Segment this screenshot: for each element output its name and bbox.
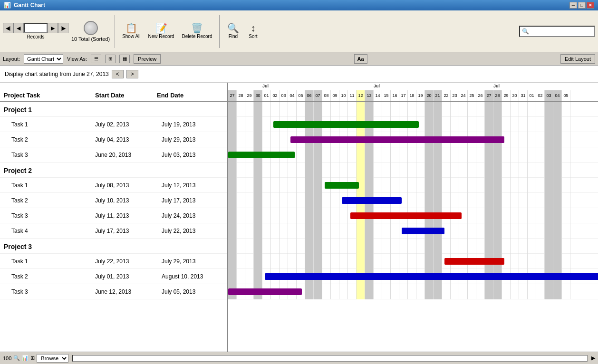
preview-button[interactable]: Preview (134, 54, 161, 64)
view-list-button[interactable]: ☰ (91, 55, 101, 63)
nav-next-button[interactable]: ▶ (48, 23, 58, 33)
chart-prev-button[interactable]: < (112, 70, 124, 78)
status-mode-select[interactable]: Browse (37, 354, 68, 363)
gantt-body-cell (245, 239, 254, 254)
gantt-body-cell (254, 269, 262, 284)
gantt-body-cell (434, 178, 442, 193)
gantt-row (228, 254, 598, 269)
gantt-body-cell (322, 208, 331, 223)
find-button[interactable]: 🔍 Find (224, 22, 241, 40)
col-end-date: End Date (157, 92, 219, 99)
close-button[interactable]: ✕ (587, 2, 594, 9)
gantt-body-cell (297, 178, 305, 193)
nav-prev-button[interactable]: ◀ (13, 23, 24, 33)
minimize-button[interactable]: ─ (569, 2, 577, 9)
gantt-body-cell (245, 208, 254, 223)
gantt-body-cell (357, 102, 365, 117)
delete-record-button[interactable]: 🗑️ Delete Record (180, 22, 215, 40)
search-input[interactable] (529, 29, 592, 34)
gantt-day-header-cell: 02 (536, 90, 545, 101)
gantt-body-cell (314, 163, 322, 178)
gantt-panel[interactable]: JulJulJul2728293001020304050607080910111… (228, 83, 598, 352)
scroll-right-icon[interactable]: ▶ (591, 355, 595, 361)
gantt-day-header-cell: 31 (519, 90, 528, 101)
gantt-body-cell (262, 223, 271, 239)
gantt-body-cell (536, 117, 545, 132)
gantt-body-cell (485, 102, 493, 117)
gantt-body-cell (545, 117, 553, 132)
bar-icon: 📊 (22, 355, 29, 361)
task-end-date: July 12, 2013 (162, 182, 223, 189)
gantt-body-cell (339, 254, 348, 269)
gantt-body-cell (536, 193, 545, 208)
gantt-body-cell (391, 147, 399, 163)
gantt-body-cell (357, 163, 365, 178)
gantt-body-cell (382, 254, 391, 269)
maximize-button[interactable]: □ (578, 2, 586, 9)
delete-record-icon: 🗑️ (191, 23, 203, 33)
gantt-body-cell (545, 284, 553, 299)
layout-label: Layout: (3, 56, 20, 62)
gantt-day-header-cell: 15 (382, 90, 391, 101)
gantt-bar: ▶ (265, 273, 598, 280)
gantt-body-cell (451, 117, 459, 132)
task-name: Task 3 (0, 152, 95, 158)
gantt-body-cell (434, 147, 442, 163)
zoom-level: 100 (3, 355, 11, 361)
gantt-bar (342, 197, 402, 204)
gantt-body-cell (545, 132, 553, 147)
gantt-body-cell (519, 208, 528, 223)
gantt-body-cell (280, 193, 288, 208)
gantt-body-cell (416, 254, 425, 269)
gantt-body-cell (288, 178, 297, 193)
chart-next-button[interactable]: > (126, 70, 138, 78)
column-headers: Project Task Start Date End Date (0, 83, 227, 102)
gantt-bar (273, 121, 419, 128)
gantt-body-cell (451, 284, 459, 299)
gantt-body-cell (451, 239, 459, 254)
gantt-body-cell (562, 132, 570, 147)
gantt-body-cell (468, 117, 476, 132)
gantt-body-cell (348, 223, 357, 239)
gantt-body-cell (254, 193, 262, 208)
gantt-body-cell (493, 193, 502, 208)
new-record-button[interactable]: 📝 New Record (146, 22, 177, 40)
record-number-input[interactable]: 10 (24, 23, 48, 33)
gantt-body-cell (562, 254, 570, 269)
nav-last-button[interactable]: |▶ (58, 23, 68, 33)
gantt-body-cell (382, 284, 391, 299)
gantt-body-cell (348, 147, 357, 163)
gantt-body-cell (314, 208, 322, 223)
gantt-body-cell (237, 132, 245, 147)
gantt-body-cell (271, 132, 280, 147)
gantt-body-cell (459, 147, 468, 163)
view-table-button[interactable]: ⊞ (105, 55, 116, 63)
gantt-body-cell (434, 193, 442, 208)
aa-button[interactable]: Aa (354, 54, 367, 64)
gantt-body-cell (254, 239, 262, 254)
gantt-body-cell (485, 284, 493, 299)
options-bar: Layout: Gantt Chart View As: ☰ ⊞ ▦ Previ… (0, 52, 598, 66)
edit-layout-button[interactable]: Edit Layout (560, 54, 595, 64)
gantt-body-cell (536, 239, 545, 254)
gantt-day-header-cell: 09 (331, 90, 339, 101)
layout-select[interactable]: Gantt Chart (24, 54, 63, 64)
nav-first-button[interactable]: ◀| (3, 23, 13, 33)
gantt-body-cell (331, 193, 339, 208)
gantt-body-cell (528, 239, 536, 254)
gantt-body-cell (511, 178, 519, 193)
gantt-row: ▶ (228, 269, 598, 284)
sort-button[interactable]: ↕️ Sort (244, 22, 261, 40)
gantt-body-cell (262, 254, 271, 269)
show-all-button[interactable]: 📋 Show All (120, 22, 143, 40)
task-row: Task 2July 10, 2013July 17, 2013 (0, 193, 227, 208)
gantt-body-cell (519, 178, 528, 193)
view-grid-button[interactable]: ▦ (119, 55, 130, 63)
gantt-body-cell (399, 102, 408, 117)
horizontal-scrollbar[interactable] (72, 355, 588, 362)
gantt-body-cell (374, 284, 382, 299)
gantt-body-cell (271, 223, 280, 239)
new-record-icon: 📝 (155, 23, 167, 33)
chart-display-text: Display chart starting from June 27, 201… (5, 71, 109, 77)
gantt-body-cell (365, 102, 374, 117)
